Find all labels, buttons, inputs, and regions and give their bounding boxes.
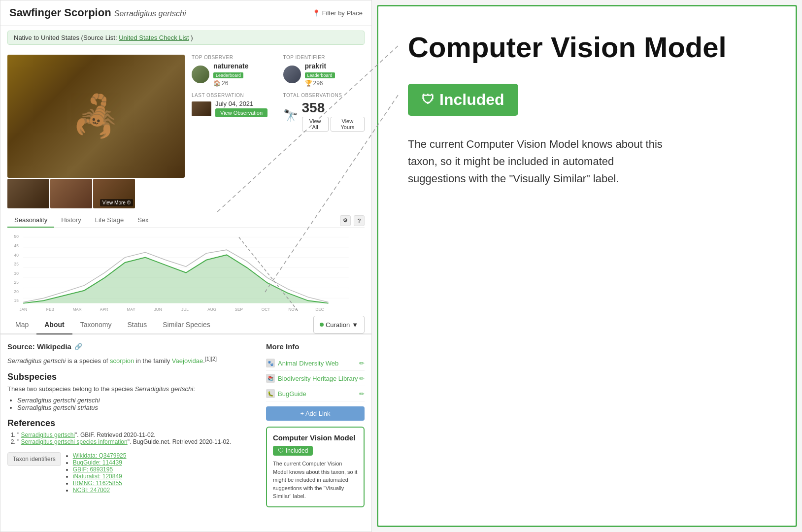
tab-sex[interactable]: Sex xyxy=(131,213,155,228)
reference-item: " Serradigitus gertschi species informat… xyxy=(17,438,256,445)
included-badge-large: 🛡 Included xyxy=(408,84,518,116)
external-link-icon[interactable]: 🔗 xyxy=(74,343,82,350)
last-obs-label: LAST OBSERVATION xyxy=(192,93,273,98)
top-identifier-info: prakrit Leaderboard 🏆 296 xyxy=(283,62,365,87)
tab-map[interactable]: Map xyxy=(7,316,36,334)
subspecies-list: Serradigitus gertschi gertschi Serradigi… xyxy=(7,397,256,411)
photo-thumb[interactable] xyxy=(50,179,92,208)
svg-text:JUL: JUL xyxy=(181,307,189,311)
top-identifier-block: TOP IDENTIFIER prakrit Leaderboard 🏆 296 xyxy=(283,55,365,87)
biodiversity-library-link[interactable]: 📚 Biodiversity Heritage Library xyxy=(266,374,358,383)
page-title: Sawfinger Scorpion Serradigitus gertschi xyxy=(9,6,186,19)
svg-text:45: 45 xyxy=(14,244,19,248)
top-observer-info: naturenate Leaderboard 🏠 26 xyxy=(192,62,273,87)
svg-text:25: 25 xyxy=(14,280,19,285)
taxon-id-item: NCBI: 247002 xyxy=(73,487,127,494)
photo-thumb-viewmore[interactable]: View More © xyxy=(93,179,135,208)
bugguide-row: 🐛 BugGuide ✏ xyxy=(266,386,365,401)
chart-icons: ⚙ ? xyxy=(340,215,365,226)
total-obs-count: 358 xyxy=(302,100,365,116)
chart-settings-icon[interactable]: ⚙ xyxy=(340,215,351,226)
tab-status[interactable]: Status xyxy=(119,316,155,334)
tab-seasonality[interactable]: Seasonality xyxy=(7,213,54,228)
references-list: " Serradigitus gertschi". GBIF. Retrieve… xyxy=(7,432,256,445)
curation-status-dot xyxy=(320,323,324,327)
edit-bugguide-icon[interactable]: ✏ xyxy=(359,390,365,398)
chart-section: Seasonality History Life Stage Sex ⚙ ? 5… xyxy=(0,213,371,316)
taxon-id-list: Wikidata: Q3479925 BugGuide: 114439 GBIF… xyxy=(65,452,127,494)
bugguide-link[interactable]: 🐛 BugGuide xyxy=(266,389,306,398)
chart-help-icon[interactable]: ? xyxy=(354,215,365,226)
subspecies-title: Subspecies xyxy=(7,372,256,382)
family-link[interactable]: Vaejovidae xyxy=(172,357,203,365)
taxon-id-item: Wikidata: Q3479925 xyxy=(73,452,127,459)
animal-diversity-link[interactable]: 🐾 Animal Diversity Web xyxy=(266,359,338,367)
tab-about[interactable]: About xyxy=(36,316,72,334)
main-photo[interactable]: 🦂 xyxy=(7,55,185,178)
page-header: Sawfinger Scorpion Serradigitus gertschi… xyxy=(0,0,371,26)
svg-text:40: 40 xyxy=(14,253,19,258)
cv-panel-description: The current Computer Vision Model knows … xyxy=(408,135,664,188)
svg-text:JAN: JAN xyxy=(19,307,27,311)
animal-diversity-icon: 🐾 xyxy=(266,359,275,367)
svg-text:30: 30 xyxy=(14,271,19,276)
svg-text:35: 35 xyxy=(14,262,19,266)
top-identifier-label: TOP IDENTIFIER xyxy=(283,55,365,60)
identifier-avatar[interactable] xyxy=(283,66,301,83)
edit-biodiversity-icon[interactable]: ✏ xyxy=(359,375,365,382)
cv-panel-title: Computer Vision Model xyxy=(408,31,766,64)
view-yours-button[interactable]: View Yours xyxy=(331,117,365,132)
last-obs-row: LAST OBSERVATION July 04, 2021 View Obse… xyxy=(192,93,365,132)
observer-details: naturenate Leaderboard 🏠 26 xyxy=(213,62,249,87)
chart-area: 50 45 40 35 30 25 20 15 xyxy=(7,232,365,311)
svg-text:AUG: AUG xyxy=(207,307,216,311)
reference-item: " Serradigitus gertschi". GBIF. Retrieve… xyxy=(17,432,256,438)
shield-icon-small: 🛡 xyxy=(278,447,284,454)
seasonality-chart: 50 45 40 35 30 25 20 15 xyxy=(7,232,365,311)
total-obs-label: TOTAL OBSERVATIONS xyxy=(283,93,365,98)
tab-similar-species[interactable]: Similar Species xyxy=(155,316,218,334)
more-info-section: More Info 🐾 Animal Diversity Web ✏ 📚 Bio… xyxy=(266,342,365,507)
source-title: Source: Wikipedia 🔗 xyxy=(7,342,256,351)
last-obs-info: July 04, 2021 View Observation xyxy=(215,100,267,117)
computer-vision-panel: Computer Vision Model 🛡 Included The cur… xyxy=(377,5,797,527)
view-all-button[interactable]: View All xyxy=(302,117,329,132)
scorpion-link[interactable]: scorpion xyxy=(110,357,134,365)
tab-life-stage[interactable]: Life Stage xyxy=(88,213,131,228)
view-buttons: View All View Yours xyxy=(302,117,365,132)
total-obs-content: 🔭 358 View All View Yours xyxy=(283,100,365,132)
last-obs-content: July 04, 2021 View Observation xyxy=(192,100,273,117)
left-panel: Sawfinger Scorpion Serradigitus gertschi… xyxy=(0,0,372,532)
view-observation-button[interactable]: View Observation xyxy=(215,108,267,117)
cv-mini-title: Computer Vision Model xyxy=(273,433,358,442)
filter-by-place-button[interactable]: 📍 Filter by Place xyxy=(312,9,363,17)
edit-animal-diversity-icon[interactable]: ✏ xyxy=(359,360,365,367)
references-title: References xyxy=(7,418,256,429)
tab-taxonomy[interactable]: Taxonomy xyxy=(72,316,120,334)
biodiversity-icon: 📚 xyxy=(266,374,275,383)
identifier-name: prakrit xyxy=(305,62,335,70)
taxon-id-item: IRMNG: 11625855 xyxy=(73,480,127,487)
leaderboard-badge: Leaderboard xyxy=(213,72,243,78)
observer-avatar[interactable] xyxy=(192,66,209,83)
total-obs-info: 358 View All View Yours xyxy=(302,100,365,132)
svg-text:SEP: SEP xyxy=(235,307,243,311)
animal-diversity-row: 🐾 Animal Diversity Web ✏ xyxy=(266,356,365,371)
scorpion-image: 🦂 xyxy=(71,93,121,139)
svg-text:50: 50 xyxy=(14,234,19,239)
svg-text:DEC: DEC xyxy=(315,307,324,311)
binoculars-icon: 🔭 xyxy=(283,109,298,123)
curation-button[interactable]: Curation ▼ xyxy=(313,316,365,333)
last-obs-date: July 04, 2021 xyxy=(215,100,267,107)
tab-history[interactable]: History xyxy=(54,213,88,228)
about-intro: Serradigitus gertschi is a species of sc… xyxy=(7,355,256,366)
taxon-id-item: iNaturalist: 120849 xyxy=(73,473,127,480)
native-banner-link[interactable]: United States Check List xyxy=(119,34,189,41)
last-obs-thumbnail[interactable] xyxy=(192,101,211,116)
svg-text:15: 15 xyxy=(14,299,19,303)
observer-name: naturenate xyxy=(213,62,249,70)
photo-thumb[interactable] xyxy=(7,179,49,208)
svg-text:MAR: MAR xyxy=(72,307,81,311)
observer-count: 🏠 26 xyxy=(213,80,249,87)
add-link-button[interactable]: + Add Link xyxy=(266,406,365,421)
